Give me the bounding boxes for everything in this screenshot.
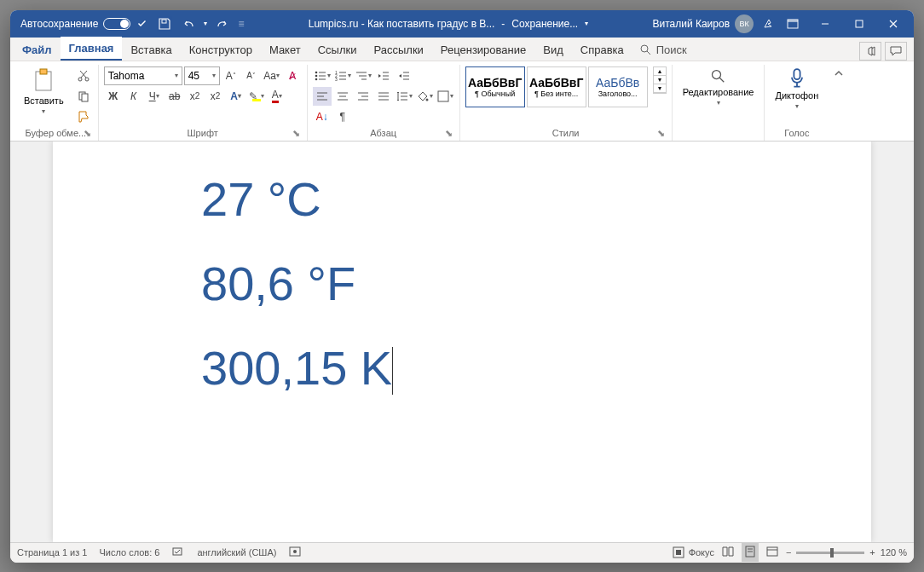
increase-indent-button[interactable]	[395, 66, 413, 85]
grow-font-button[interactable]: A˄	[222, 66, 240, 85]
brush-icon	[77, 110, 90, 124]
shading-button[interactable]: ▾	[415, 87, 434, 106]
multilevel-button[interactable]: ▾	[354, 66, 372, 85]
qat-more[interactable]: ≡	[238, 18, 244, 30]
language-indicator[interactable]: английский (США)	[197, 547, 276, 558]
tab-insert[interactable]: Вставка	[122, 38, 180, 61]
change-case-button[interactable]: Aa▾	[263, 66, 281, 85]
align-center-button[interactable]	[333, 87, 352, 106]
svg-point-10	[85, 78, 89, 81]
bullets-button[interactable]: ▾	[313, 66, 332, 85]
undo-dropdown[interactable]: ▾	[204, 20, 207, 27]
justify-button[interactable]	[374, 87, 393, 106]
document-area[interactable]: 27 °C 80,6 °F 300,15 K	[10, 142, 914, 542]
group-voice-label: Голос	[784, 128, 809, 138]
zoom-out-button[interactable]: −	[786, 547, 791, 558]
style-no-spacing[interactable]: АаБбВвГ ¶ Без инте...	[527, 66, 586, 107]
borders-button[interactable]: ▾	[436, 87, 454, 106]
strike-button[interactable]: ab	[165, 87, 184, 106]
bold-button[interactable]: Ж	[104, 87, 123, 106]
focus-mode[interactable]: Фокус	[672, 546, 714, 559]
search-box[interactable]: Поиск	[632, 40, 694, 61]
read-mode-button[interactable]	[721, 545, 735, 560]
svg-point-56	[293, 550, 297, 553]
tab-help[interactable]: Справка	[572, 38, 632, 61]
page-indicator[interactable]: Страница 1 из 1	[17, 547, 87, 558]
comments-button[interactable]	[885, 42, 907, 61]
coming-soon-icon[interactable]	[760, 15, 777, 32]
zoom-level[interactable]: 120 %	[881, 547, 907, 558]
chevron-down-icon[interactable]: ▾	[654, 76, 666, 84]
dialog-launcher-icon[interactable]: ⬊	[656, 128, 667, 138]
spell-check-icon[interactable]	[171, 545, 185, 560]
more-icon[interactable]: ▾	[654, 84, 666, 93]
word-count[interactable]: Число слов: 6	[99, 547, 159, 558]
dialog-launcher-icon[interactable]: ⬊	[83, 128, 93, 138]
style-heading1[interactable]: АаБбВв Заголово...	[588, 66, 648, 107]
share-button[interactable]	[859, 42, 881, 61]
redo-icon[interactable]	[214, 15, 231, 32]
cut-button[interactable]	[74, 66, 93, 85]
maximize-button[interactable]	[842, 10, 876, 38]
dialog-launcher-icon[interactable]: ⬊	[444, 128, 454, 138]
tab-references[interactable]: Ссылки	[309, 38, 366, 61]
tab-layout[interactable]: Макет	[261, 38, 309, 61]
macro-icon[interactable]	[288, 545, 302, 560]
numbering-button[interactable]: 123▾	[333, 66, 352, 85]
tab-view[interactable]: Вид	[534, 38, 572, 61]
page[interactable]: 27 °C 80,6 °F 300,15 K	[53, 142, 871, 542]
tab-file[interactable]: Файл	[14, 38, 61, 61]
ribbon-display-icon[interactable]	[784, 15, 801, 32]
decrease-indent-button[interactable]	[374, 66, 393, 85]
tab-review[interactable]: Рецензирование	[432, 38, 534, 61]
save-icon[interactable]	[156, 15, 173, 32]
tab-design[interactable]: Конструктор	[181, 38, 261, 61]
sort-button[interactable]: A↓	[313, 107, 332, 126]
document-title: Lumpics.ru - Как поставить градус в В...	[309, 18, 495, 30]
dictate-button[interactable]: Диктофон ▾	[770, 66, 823, 112]
copy-button[interactable]	[74, 87, 93, 106]
align-right-button[interactable]	[354, 87, 372, 106]
undo-icon[interactable]	[180, 15, 197, 32]
paste-button[interactable]: Вставить ▾	[19, 66, 69, 117]
shrink-font-button[interactable]: A˅	[242, 66, 261, 85]
show-marks-button[interactable]: ¶	[333, 107, 352, 126]
user-account[interactable]: Виталий Каиров ВК	[652, 14, 754, 33]
dialog-launcher-icon[interactable]: ⬊	[292, 128, 302, 138]
doc-line-1[interactable]: 27 °C	[201, 171, 871, 227]
clear-format-button[interactable]: A̷	[283, 66, 302, 85]
minimize-button[interactable]	[808, 10, 842, 38]
chevron-up-icon[interactable]: ▴	[654, 67, 666, 76]
subscript-button[interactable]: x2	[186, 87, 205, 106]
underline-button[interactable]: Ч▾	[145, 87, 164, 106]
group-font-label: Шрифт	[188, 128, 218, 138]
doc-line-3[interactable]: 300,15 K	[201, 340, 871, 396]
web-layout-button[interactable]	[765, 545, 779, 560]
text-effects-button[interactable]: A▾	[227, 87, 245, 106]
line-spacing-button[interactable]: ▾	[395, 87, 413, 106]
print-layout-button[interactable]	[742, 543, 759, 562]
close-button[interactable]	[876, 10, 910, 38]
style-gallery-controls[interactable]: ▴ ▾ ▾	[653, 66, 667, 94]
zoom-in-button[interactable]: +	[869, 547, 875, 558]
font-name-combo[interactable]: Tahoma▾	[104, 66, 182, 85]
align-left-button[interactable]	[313, 87, 332, 106]
font-color-button[interactable]: A▾	[268, 87, 286, 106]
svg-rect-50	[438, 91, 448, 101]
superscript-button[interactable]: x2	[206, 87, 225, 106]
doc-line-2[interactable]: 80,6 °F	[201, 256, 871, 311]
svg-point-9	[78, 78, 82, 81]
style-normal[interactable]: АаБбВвГ ¶ Обычный	[465, 66, 525, 107]
tab-mailings[interactable]: Рассылки	[365, 38, 431, 61]
title-dropdown[interactable]: ▾	[585, 20, 588, 27]
font-size-combo[interactable]: 45▾	[184, 66, 220, 85]
highlight-button[interactable]: ✎▾	[247, 87, 266, 106]
format-painter-button[interactable]	[74, 107, 93, 126]
collapse-ribbon-button[interactable]	[829, 65, 849, 141]
tab-home[interactable]: Главная	[61, 37, 123, 61]
svg-rect-8	[40, 69, 47, 74]
zoom-slider[interactable]	[796, 552, 864, 554]
italic-button[interactable]: К	[124, 87, 143, 106]
autosave-toggle[interactable]: Автосохранение	[14, 17, 149, 31]
editing-button[interactable]: Редактирование ▾	[678, 66, 759, 108]
